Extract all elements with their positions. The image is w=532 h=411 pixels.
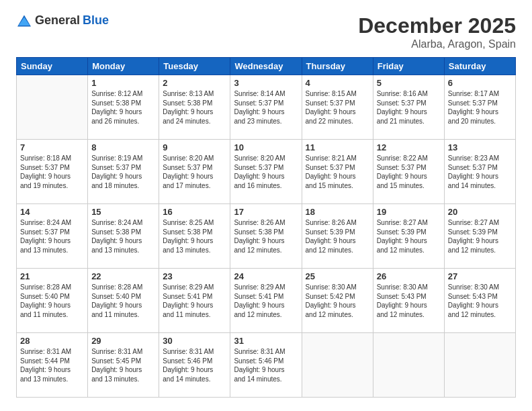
calendar-header-saturday: Saturday bbox=[444, 58, 515, 75]
day-number: 15 bbox=[91, 207, 155, 217]
calendar-week-4: 28Sunrise: 8:31 AM Sunset: 5:44 PM Dayli… bbox=[17, 333, 516, 398]
day-info: Sunrise: 8:23 AM Sunset: 5:37 PM Dayligh… bbox=[448, 154, 512, 190]
calendar-cell: 18Sunrise: 8:26 AM Sunset: 5:39 PM Dayli… bbox=[302, 204, 373, 269]
calendar-cell: 8Sunrise: 8:19 AM Sunset: 5:37 PM Daylig… bbox=[88, 140, 159, 204]
calendar-cell bbox=[373, 333, 444, 398]
calendar-cell: 26Sunrise: 8:30 AM Sunset: 5:43 PM Dayli… bbox=[373, 269, 444, 333]
logo-icon bbox=[16, 14, 32, 28]
day-info: Sunrise: 8:24 AM Sunset: 5:37 PM Dayligh… bbox=[20, 218, 84, 255]
calendar-header-tuesday: Tuesday bbox=[159, 58, 230, 75]
day-number: 6 bbox=[448, 78, 512, 88]
day-info: Sunrise: 8:31 AM Sunset: 5:46 PM Dayligh… bbox=[234, 347, 298, 383]
day-number: 4 bbox=[306, 78, 369, 88]
day-number: 26 bbox=[377, 271, 441, 281]
calendar-week-0: 1Sunrise: 8:12 AM Sunset: 5:38 PM Daylig… bbox=[17, 75, 516, 140]
day-info: Sunrise: 8:24 AM Sunset: 5:38 PM Dayligh… bbox=[91, 218, 155, 255]
day-number: 7 bbox=[20, 142, 84, 152]
day-info: Sunrise: 8:17 AM Sunset: 5:37 PM Dayligh… bbox=[448, 89, 512, 126]
day-info: Sunrise: 8:27 AM Sunset: 5:39 PM Dayligh… bbox=[448, 218, 512, 255]
day-info: Sunrise: 8:18 AM Sunset: 5:37 PM Dayligh… bbox=[20, 154, 84, 190]
day-number: 3 bbox=[234, 78, 298, 88]
calendar-cell: 3Sunrise: 8:14 AM Sunset: 5:37 PM Daylig… bbox=[230, 75, 302, 140]
day-number: 24 bbox=[234, 271, 298, 281]
calendar-cell: 31Sunrise: 8:31 AM Sunset: 5:46 PM Dayli… bbox=[230, 333, 302, 398]
day-info: Sunrise: 8:30 AM Sunset: 5:43 PM Dayligh… bbox=[377, 283, 441, 319]
day-info: Sunrise: 8:21 AM Sunset: 5:37 PM Dayligh… bbox=[306, 154, 369, 190]
calendar-cell: 19Sunrise: 8:27 AM Sunset: 5:39 PM Dayli… bbox=[373, 204, 444, 269]
calendar-week-1: 7Sunrise: 8:18 AM Sunset: 5:37 PM Daylig… bbox=[17, 140, 516, 204]
day-number: 30 bbox=[163, 336, 226, 346]
calendar-cell: 30Sunrise: 8:31 AM Sunset: 5:46 PM Dayli… bbox=[159, 333, 230, 398]
day-info: Sunrise: 8:29 AM Sunset: 5:41 PM Dayligh… bbox=[163, 283, 226, 319]
day-info: Sunrise: 8:31 AM Sunset: 5:44 PM Dayligh… bbox=[20, 347, 84, 383]
day-info: Sunrise: 8:14 AM Sunset: 5:37 PM Dayligh… bbox=[234, 89, 298, 126]
day-number: 14 bbox=[20, 207, 84, 217]
day-number: 12 bbox=[377, 142, 441, 152]
calendar-cell: 20Sunrise: 8:27 AM Sunset: 5:39 PM Dayli… bbox=[444, 204, 515, 269]
calendar-cell: 6Sunrise: 8:17 AM Sunset: 5:37 PM Daylig… bbox=[444, 75, 515, 140]
day-info: Sunrise: 8:31 AM Sunset: 5:46 PM Dayligh… bbox=[163, 347, 226, 383]
day-number: 2 bbox=[163, 78, 226, 88]
calendar-week-3: 21Sunrise: 8:28 AM Sunset: 5:40 PM Dayli… bbox=[17, 269, 516, 333]
day-number: 5 bbox=[377, 78, 441, 88]
calendar-cell: 2Sunrise: 8:13 AM Sunset: 5:38 PM Daylig… bbox=[159, 75, 230, 140]
day-info: Sunrise: 8:13 AM Sunset: 5:38 PM Dayligh… bbox=[163, 89, 226, 126]
calendar-header-friday: Friday bbox=[373, 58, 444, 75]
calendar-cell: 10Sunrise: 8:20 AM Sunset: 5:37 PM Dayli… bbox=[230, 140, 302, 204]
day-info: Sunrise: 8:25 AM Sunset: 5:38 PM Dayligh… bbox=[163, 218, 226, 255]
day-number: 18 bbox=[306, 207, 369, 217]
day-number: 9 bbox=[163, 142, 226, 152]
day-number: 29 bbox=[91, 336, 155, 346]
day-number: 22 bbox=[91, 271, 155, 281]
calendar-cell: 14Sunrise: 8:24 AM Sunset: 5:37 PM Dayli… bbox=[17, 204, 88, 269]
day-info: Sunrise: 8:27 AM Sunset: 5:39 PM Dayligh… bbox=[377, 218, 441, 255]
calendar-cell: 29Sunrise: 8:31 AM Sunset: 5:45 PM Dayli… bbox=[88, 333, 159, 398]
calendar-header-thursday: Thursday bbox=[302, 58, 373, 75]
calendar-cell: 1Sunrise: 8:12 AM Sunset: 5:38 PM Daylig… bbox=[88, 75, 159, 140]
calendar: SundayMondayTuesdayWednesdayThursdayFrid… bbox=[16, 57, 516, 398]
calendar-cell: 11Sunrise: 8:21 AM Sunset: 5:37 PM Dayli… bbox=[302, 140, 373, 204]
day-info: Sunrise: 8:22 AM Sunset: 5:37 PM Dayligh… bbox=[377, 154, 441, 190]
calendar-cell: 4Sunrise: 8:15 AM Sunset: 5:37 PM Daylig… bbox=[302, 75, 373, 140]
day-info: Sunrise: 8:15 AM Sunset: 5:37 PM Dayligh… bbox=[306, 89, 369, 126]
calendar-cell: 13Sunrise: 8:23 AM Sunset: 5:37 PM Dayli… bbox=[444, 140, 515, 204]
calendar-header-wednesday: Wednesday bbox=[230, 58, 302, 75]
location-title: Alarba, Aragon, Spain bbox=[358, 38, 516, 50]
calendar-cell bbox=[302, 333, 373, 398]
day-info: Sunrise: 8:20 AM Sunset: 5:37 PM Dayligh… bbox=[163, 154, 226, 190]
day-number: 16 bbox=[163, 207, 226, 217]
day-info: Sunrise: 8:30 AM Sunset: 5:42 PM Dayligh… bbox=[306, 283, 369, 319]
day-number: 13 bbox=[448, 142, 512, 152]
logo-general: General bbox=[35, 13, 80, 28]
day-info: Sunrise: 8:20 AM Sunset: 5:37 PM Dayligh… bbox=[234, 154, 298, 190]
calendar-cell: 12Sunrise: 8:22 AM Sunset: 5:37 PM Dayli… bbox=[373, 140, 444, 204]
day-number: 21 bbox=[20, 271, 84, 281]
calendar-cell: 17Sunrise: 8:26 AM Sunset: 5:38 PM Dayli… bbox=[230, 204, 302, 269]
calendar-cell: 22Sunrise: 8:28 AM Sunset: 5:40 PM Dayli… bbox=[88, 269, 159, 333]
day-number: 31 bbox=[234, 336, 298, 346]
calendar-header-monday: Monday bbox=[88, 58, 159, 75]
calendar-cell: 5Sunrise: 8:16 AM Sunset: 5:37 PM Daylig… bbox=[373, 75, 444, 140]
day-number: 28 bbox=[20, 336, 84, 346]
title-block: December 2025 Alarba, Aragon, Spain bbox=[358, 13, 516, 50]
calendar-cell bbox=[444, 333, 515, 398]
calendar-week-2: 14Sunrise: 8:24 AM Sunset: 5:37 PM Dayli… bbox=[17, 204, 516, 269]
calendar-cell: 25Sunrise: 8:30 AM Sunset: 5:42 PM Dayli… bbox=[302, 269, 373, 333]
logo-blue: Blue bbox=[83, 13, 109, 28]
day-info: Sunrise: 8:29 AM Sunset: 5:41 PM Dayligh… bbox=[234, 283, 298, 319]
day-number: 8 bbox=[91, 142, 155, 152]
day-info: Sunrise: 8:30 AM Sunset: 5:43 PM Dayligh… bbox=[448, 283, 512, 319]
day-info: Sunrise: 8:28 AM Sunset: 5:40 PM Dayligh… bbox=[91, 283, 155, 319]
calendar-header-sunday: Sunday bbox=[17, 58, 88, 75]
calendar-header-row: SundayMondayTuesdayWednesdayThursdayFrid… bbox=[17, 58, 516, 75]
calendar-cell: 24Sunrise: 8:29 AM Sunset: 5:41 PM Dayli… bbox=[230, 269, 302, 333]
calendar-cell: 16Sunrise: 8:25 AM Sunset: 5:38 PM Dayli… bbox=[159, 204, 230, 269]
month-title: December 2025 bbox=[358, 13, 516, 38]
calendar-cell: 23Sunrise: 8:29 AM Sunset: 5:41 PM Dayli… bbox=[159, 269, 230, 333]
calendar-cell: 15Sunrise: 8:24 AM Sunset: 5:38 PM Dayli… bbox=[88, 204, 159, 269]
day-number: 11 bbox=[306, 142, 369, 152]
calendar-cell: 7Sunrise: 8:18 AM Sunset: 5:37 PM Daylig… bbox=[17, 140, 88, 204]
day-number: 19 bbox=[377, 207, 441, 217]
day-number: 1 bbox=[91, 78, 155, 88]
day-info: Sunrise: 8:31 AM Sunset: 5:45 PM Dayligh… bbox=[91, 347, 155, 383]
